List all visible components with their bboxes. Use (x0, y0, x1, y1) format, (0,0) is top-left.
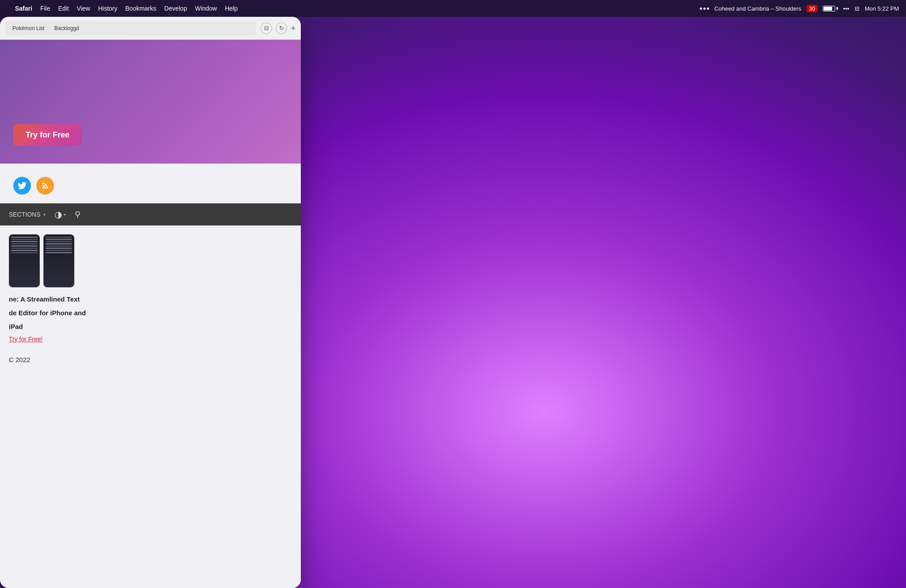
menubar-bookmarks[interactable]: Bookmarks (125, 5, 156, 12)
sections-chevron-icon: ▾ (43, 212, 46, 217)
menubar: Safari File Edit View History Bookmarks … (0, 0, 906, 17)
menubar-history[interactable]: History (98, 5, 118, 12)
articles-area: ne: A Streamlined Text de Editor for iPh… (0, 225, 301, 588)
menubar-file[interactable]: File (40, 5, 50, 12)
clock: Mon 5:22 PM (865, 5, 899, 12)
now-playing-dots[interactable] (700, 8, 709, 10)
browser-window: Pokémon List Backloggd ⊟ ↻ + Try for Fre… (0, 17, 301, 588)
copyright-text: C 2022 (9, 356, 292, 363)
article-title-line3: iPad (9, 322, 292, 331)
try-for-free-link[interactable]: Try for Free! (9, 336, 292, 343)
search-nav-icon[interactable]: ⚲ (75, 210, 81, 219)
tab-bar: Pokémon List Backloggd (5, 21, 256, 36)
calendar-icon[interactable]: 30 (806, 5, 817, 12)
reload-button[interactable]: ↻ (276, 23, 287, 34)
translate-button[interactable]: ⊟ (261, 23, 272, 34)
browser-actions: ⊟ ↻ + (261, 23, 296, 34)
translate-icon: ⊟ (264, 25, 269, 31)
menubar-develop[interactable]: Develop (164, 5, 187, 12)
control-center-icon[interactable]: ⊟ (855, 5, 860, 12)
rss-social-icon[interactable] (36, 177, 54, 195)
reload-icon: ↻ (279, 25, 284, 31)
now-playing-text: Coheed and Cambria – Shoulders (714, 5, 802, 12)
wifi-icon: ▪▪▪ (843, 5, 849, 12)
contrast-icon: ◑ (54, 209, 62, 220)
tab-pokemon-list[interactable]: Pokémon List (9, 24, 48, 32)
rss-feed-icon (41, 181, 50, 190)
article-title-line1: ne: A Streamlined Text (9, 294, 292, 304)
article-title-line2: de Editor for iPhone and (9, 308, 292, 317)
menubar-help[interactable]: Help (225, 5, 238, 12)
menubar-left: Safari File Edit View History Bookmarks … (7, 5, 238, 12)
contrast-toggle[interactable]: ◑ ▾ (54, 209, 66, 220)
sections-navbar: SECTIONS ▾ ◑ ▾ ⚲ (0, 203, 301, 225)
sections-dropdown[interactable]: SECTIONS ▾ (9, 211, 46, 218)
article-thumbnails (9, 234, 292, 287)
new-tab-button[interactable]: + (291, 24, 296, 32)
menubar-safari[interactable]: Safari (15, 5, 32, 12)
sections-label: SECTIONS (9, 211, 41, 218)
tab-backloggd[interactable]: Backloggd (51, 24, 83, 32)
phone-thumbnail-1 (9, 234, 40, 287)
twitter-bird-icon (18, 181, 27, 190)
social-row (0, 164, 301, 203)
menubar-view[interactable]: View (77, 5, 90, 12)
browser-chrome: Pokémon List Backloggd ⊟ ↻ + (0, 17, 301, 40)
menubar-edit[interactable]: Edit (58, 5, 69, 12)
contrast-chevron-icon: ▾ (64, 212, 66, 217)
purple-banner: Try for Free (0, 40, 301, 164)
try-for-free-button[interactable]: Try for Free (13, 124, 82, 146)
menubar-window[interactable]: Window (195, 5, 217, 12)
site-content: Try for Free SECTIONS ▾ ◑ ▾ (0, 40, 301, 588)
twitter-social-icon[interactable] (13, 177, 31, 195)
menubar-right: Coheed and Cambria – Shoulders 30 ▪▪▪ ⊟ … (700, 5, 899, 12)
phone-thumbnail-2 (43, 234, 74, 287)
battery-indicator (823, 6, 838, 11)
